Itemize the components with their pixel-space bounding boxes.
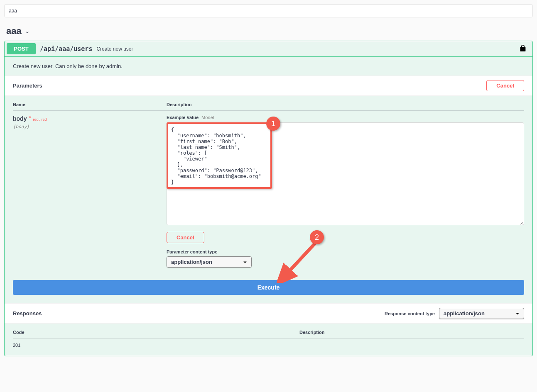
model-tab[interactable]: Model <box>201 115 214 120</box>
execute-button[interactable]: Execute <box>13 280 524 295</box>
operation-description: Create new user. Can only be done by adm… <box>5 57 532 75</box>
parameters-table: Name Description body * required (body) … <box>5 96 532 274</box>
operation-summary-desc: Create new user <box>96 46 133 52</box>
annotation-badge-2: 2 <box>310 230 324 244</box>
param-content-type-select[interactable]: application/json <box>167 256 252 268</box>
param-name: body <box>13 115 27 122</box>
response-code: 201 <box>13 343 299 348</box>
section-title: aaa <box>6 26 22 37</box>
operation-summary[interactable]: POST /api/aaa/users Create new user <box>5 41 532 57</box>
annotation-badge-1: 1 <box>266 117 280 131</box>
example-value-tab[interactable]: Example Value <box>167 115 199 120</box>
col-desc-header: Description <box>167 102 524 107</box>
parameters-heading: Parameters <box>13 83 42 89</box>
required-star: * <box>29 115 31 122</box>
resp-col-desc-header: Description <box>299 330 524 335</box>
param-cancel-button[interactable]: Cancel <box>167 232 204 243</box>
operation-body: Create new user. Can only be done by adm… <box>5 57 532 356</box>
required-text: required <box>33 117 47 122</box>
response-row: 201 <box>13 343 524 348</box>
response-content-type-label: Response content type <box>385 311 435 316</box>
responses-table: Code Description 201 <box>5 324 532 356</box>
operation-block: POST /api/aaa/users Create new user Crea… <box>4 41 533 356</box>
param-content-type-label: Parameter content type <box>167 249 524 254</box>
filter-input[interactable]: aaa <box>4 4 533 17</box>
method-badge: POST <box>7 43 36 54</box>
responses-heading: Responses <box>13 310 42 317</box>
operation-path: /api/aaa/users <box>40 45 92 53</box>
response-desc <box>299 343 524 348</box>
section-header[interactable]: aaa ⌄ <box>0 22 537 41</box>
lock-icon[interactable] <box>520 44 526 54</box>
resp-col-code-header: Code <box>13 330 299 335</box>
response-content-type-select[interactable]: application/json <box>439 308 524 319</box>
cancel-button[interactable]: Cancel <box>486 80 524 91</box>
chevron-down-icon: ⌄ <box>25 28 30 34</box>
responses-bar: Responses Response content type applicat… <box>5 303 532 324</box>
parameters-bar: Parameters Cancel <box>5 75 532 96</box>
body-textarea[interactable] <box>167 122 524 225</box>
col-name-header: Name <box>13 102 167 107</box>
param-in: (body) <box>13 124 167 129</box>
